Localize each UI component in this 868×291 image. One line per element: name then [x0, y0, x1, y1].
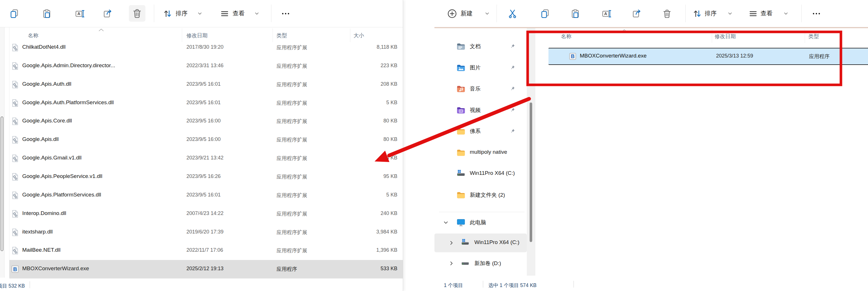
sidebar-item-label[interactable]: 此电脑	[470, 219, 486, 226]
sort-label[interactable]: 排序	[176, 9, 188, 17]
chevron-down-icon	[784, 12, 788, 15]
table-row[interactable]: Interop.Domino.dll 2007/4/23 14:22 应用程序扩…	[9, 205, 403, 223]
sidebar-item-label[interactable]: Win11Pro X64 (C:)	[470, 170, 515, 176]
sidebar-scrollbar-thumb[interactable]	[530, 103, 532, 242]
sidebar-item-this-pc[interactable]: 此电脑	[434, 213, 527, 232]
table-row[interactable]: Google.Apis.dll 2023/9/5 16:00 应用程序扩展 80…	[9, 131, 403, 149]
view-button[interactable]	[218, 7, 231, 20]
new-button[interactable]	[446, 7, 458, 20]
file-name: Google.Apis.PeopleService.v1.dll	[22, 173, 102, 179]
dll-file-icon	[10, 43, 20, 52]
sidebar-tree-item[interactable]: 新加卷 (D:)	[434, 254, 527, 273]
column-header-date[interactable]: 修改日期	[186, 32, 208, 39]
share-button[interactable]	[101, 7, 114, 20]
column-header-type[interactable]: 类型	[808, 33, 819, 40]
new-label[interactable]: 新建	[461, 9, 473, 17]
file-size: 3,984 KB	[376, 229, 397, 235]
table-row[interactable]: B MBOXConverterWizard.exe 2025/3/13 12:5…	[549, 48, 868, 65]
view-label[interactable]: 查看	[761, 9, 773, 17]
view-label[interactable]: 查看	[232, 9, 245, 17]
column-separator[interactable]	[805, 29, 805, 43]
table-row[interactable]: Google.Apis.Auth.dll 2023/9/5 16:01 应用程序…	[9, 75, 403, 94]
cut-icon	[507, 8, 518, 19]
sidebar-tree-item[interactable]: Win11Pro X64 (C:)	[434, 233, 527, 252]
sidebar-item-folder[interactable]: 新建文件夹 (2)	[434, 186, 527, 205]
file-size: 95 KB	[383, 173, 397, 179]
table-row[interactable]: Google.Apis.Admin.Directory.director... …	[9, 57, 403, 75]
file-size: 223 KB	[380, 63, 397, 69]
sidebar-item-label[interactable]: 图片	[470, 64, 480, 71]
paste-icon	[42, 8, 52, 19]
delete-button[interactable]	[661, 7, 673, 20]
view-button[interactable]	[747, 7, 760, 20]
sidebar-item-folder[interactable]: 音乐	[434, 79, 527, 98]
file-date: 2023/9/5 16:01	[186, 81, 221, 87]
chevron-down-icon[interactable]	[443, 220, 448, 225]
monitor-icon	[456, 218, 466, 227]
table-row[interactable]: Google.Apis.Gmail.v1.dll 2023/9/21 13:42…	[9, 149, 403, 168]
file-size: 5 KB	[386, 100, 397, 106]
sidebar-item-label[interactable]: 视频	[470, 107, 480, 114]
column-separator[interactable]	[712, 29, 712, 43]
file-kind: 应用程序扩展	[277, 136, 307, 143]
share-button[interactable]	[630, 7, 643, 20]
sidebar-item-folder[interactable]: multipoly native	[434, 143, 527, 162]
status-separator	[30, 281, 30, 288]
column-header-name[interactable]: 名称	[561, 33, 571, 40]
file-size: 5 KB	[386, 192, 397, 198]
sidebar-item-label[interactable]: 文档	[470, 43, 480, 50]
table-row[interactable]: Google.Apis.PeopleService.v1.dll 2023/9/…	[9, 168, 403, 186]
table-row[interactable]: itextsharp.dll 2019/6/20 17:39 应用程序扩展 3,…	[9, 223, 403, 242]
pin-icon	[510, 43, 516, 49]
sidebar-item-label[interactable]: 音乐	[470, 85, 480, 93]
svg-text:B: B	[571, 53, 575, 59]
sort-ascending-chevron-icon	[98, 29, 104, 32]
rename-icon: A	[75, 8, 85, 19]
chevron-down-icon	[485, 12, 489, 15]
table-row[interactable]: ChilkatDotNet4.dll 2017/8/30 19:20 应用程序扩…	[9, 38, 403, 57]
sidebar-item-folder[interactable]: 视频	[434, 101, 527, 119]
sort-button[interactable]	[691, 7, 704, 20]
rename-button[interactable]: A	[73, 7, 86, 20]
file-size: 80 KB	[383, 136, 397, 142]
table-row[interactable]: MailBee.NET.dll 2022/11/7 17:06 应用程序扩展 1…	[9, 242, 403, 260]
column-header-size[interactable]: 大小	[353, 32, 364, 39]
paste-button[interactable]	[569, 7, 582, 20]
table-row[interactable]: Google.Apis.PlatformServices.dll 2023/9/…	[9, 186, 403, 205]
sidebar-item-folder[interactable]: 图片	[434, 59, 527, 77]
copy-button[interactable]	[539, 7, 551, 20]
file-kind: 应用程序扩展	[277, 229, 307, 236]
svg-text:A: A	[604, 11, 607, 16]
exe-file-icon: B	[10, 264, 20, 274]
chevron-right-icon[interactable]	[449, 261, 454, 266]
desktop: A 排序 查看 名称 修改日期 类型 大小	[0, 0, 868, 291]
sidebar-item-label[interactable]: Win11Pro X64 (C:)	[474, 239, 519, 246]
sidebar-item-folder[interactable]: 佛系	[434, 122, 527, 141]
file-name: Google.Apis.Auth.PlatformServices.dll	[22, 99, 114, 106]
cut-button[interactable]	[506, 7, 519, 20]
table-row[interactable]: Google.Apis.Auth.PlatformServices.dll 20…	[9, 94, 403, 112]
sidebar-item-label[interactable]: 佛系	[470, 128, 480, 135]
copy-button[interactable]	[8, 7, 21, 20]
sort-button[interactable]	[161, 7, 174, 20]
sort-label[interactable]: 排序	[705, 9, 717, 17]
column-header-date[interactable]: 修改日期	[715, 33, 736, 40]
more-button[interactable]	[279, 7, 292, 20]
chevron-right-icon[interactable]	[449, 241, 454, 245]
delete-button[interactable]	[129, 5, 145, 22]
sidebar-item-drive[interactable]: Win11Pro X64 (C:)	[434, 164, 527, 183]
rename-button[interactable]: A	[600, 7, 613, 20]
folder-videos-icon	[456, 105, 466, 115]
paste-button[interactable]	[40, 7, 53, 20]
table-row[interactable]: Google.Apis.Core.dll 2023/9/5 16:00 应用程序…	[9, 112, 403, 131]
sidebar-item-folder[interactable]: 文档	[434, 37, 527, 56]
column-header-type[interactable]: 类型	[277, 32, 287, 39]
sidebar-item-label[interactable]: 新加卷 (D:)	[474, 260, 501, 267]
more-button[interactable]	[810, 7, 823, 20]
file-name: Google.Apis.dll	[22, 136, 59, 142]
file-name: MBOXConverterWizard.exe	[22, 265, 89, 271]
sidebar-item-label[interactable]: 新建文件夹 (2)	[470, 191, 505, 199]
table-row[interactable]: B MBOXConverterWizard.exe 2025/2/12 19:1…	[9, 260, 403, 279]
sidebar-item-label[interactable]: multipoly native	[470, 149, 507, 155]
column-header-name[interactable]: 名称	[28, 32, 38, 39]
